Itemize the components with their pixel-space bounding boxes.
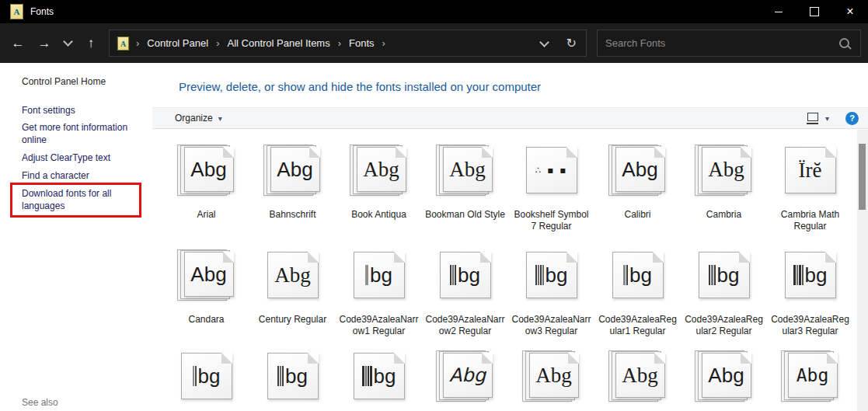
- font-tile[interactable]: bg: [163, 348, 249, 411]
- content-area: Control Panel Home Font settings Get mor…: [0, 63, 868, 411]
- font-tile[interactable]: Abg: [422, 348, 508, 411]
- font-tile[interactable]: AbgBahnschrift: [249, 142, 336, 232]
- font-tile[interactable]: AbgCalibri: [594, 142, 681, 232]
- font-name: Century Regular: [259, 314, 326, 326]
- font-name: Code39AzaleaRegular1 Regular: [598, 314, 678, 337]
- font-tile[interactable]: Abg: [508, 348, 594, 411]
- vertical-scrollbar[interactable]: [857, 130, 868, 411]
- font-tile[interactable]: AbgCandara: [163, 247, 249, 337]
- font-name: Book Antiqua: [351, 209, 406, 221]
- font-tile[interactable]: AbgBookman Old Style: [422, 142, 508, 232]
- font-page-icon: Abg: [443, 353, 493, 398]
- font-page-icon: Abg: [788, 353, 838, 398]
- font-tile[interactable]: Abg: [767, 348, 853, 411]
- font-page-icon: Ïrĕ: [785, 147, 836, 193]
- font-page-icon: Abg: [615, 147, 665, 192]
- font-page-icon: Abg: [702, 147, 751, 192]
- sidebar-item-control-panel-home[interactable]: Control Panel Home: [22, 75, 140, 88]
- close-icon: ×: [846, 5, 853, 18]
- font-glyph: Abg: [190, 263, 226, 287]
- font-tile[interactable]: bgCode39AzaleaRegular3 Regular: [767, 247, 853, 337]
- font-tile[interactable]: bg: [249, 348, 336, 411]
- barcode-icon: [535, 265, 544, 285]
- font-icon: bg: [440, 247, 491, 303]
- font-glyph: bg: [370, 263, 392, 287]
- font-tile[interactable]: ÏrĕCambria Math Regular: [767, 142, 853, 232]
- font-icon: bg: [612, 247, 664, 303]
- stacked-pages-icon: Abg: [695, 144, 754, 197]
- minimize-button[interactable]: [761, 0, 797, 23]
- forward-icon: →: [38, 36, 51, 51]
- font-name: Code39AzaleaNarrow1 Regular: [339, 314, 420, 337]
- font-icon: bg: [354, 348, 405, 404]
- font-tile[interactable]: ∴ ▪ ▪Bookshelf Symbol 7 Regular: [508, 142, 594, 232]
- font-icon: Abg: [177, 142, 236, 198]
- scrollbar-thumb[interactable]: [859, 144, 866, 210]
- font-tile[interactable]: bg: [336, 348, 422, 411]
- font-icon: Abg: [695, 348, 754, 404]
- search-icon[interactable]: [839, 38, 849, 48]
- command-bar: Organize ▾ ▾ ?: [152, 107, 868, 129]
- up-button[interactable]: ↑: [79, 23, 103, 63]
- font-tile[interactable]: bgCode39AzaleaNarrow2 Regular: [422, 247, 508, 337]
- font-name: Bahnschrift: [269, 209, 315, 221]
- up-icon: ↑: [88, 36, 95, 51]
- breadcrumb-item-all-control-panel-items[interactable]: All Control Panel Items: [225, 37, 331, 49]
- sidebar-link-get-more-font-information-online[interactable]: Get more font information online: [22, 121, 140, 146]
- font-name: Candara: [188, 314, 224, 326]
- font-glyph: bg: [546, 263, 568, 287]
- address-dropdown-chevron-icon[interactable]: [539, 37, 549, 47]
- font-glyph: bg: [805, 263, 828, 287]
- font-tile[interactable]: AbgBook Antiqua: [336, 142, 422, 232]
- breadcrumb-separator-icon: ›: [210, 37, 225, 49]
- font-tile[interactable]: bgCode39AzaleaRegular2 Regular: [681, 247, 767, 337]
- font-row: AbgCandaraAbgCentury RegularbgCode39Azal…: [163, 247, 856, 337]
- font-tile[interactable]: AbgCentury Regular: [249, 247, 336, 337]
- font-glyph: Abg: [622, 364, 658, 388]
- close-button[interactable]: ×: [832, 0, 868, 23]
- refresh-icon[interactable]: ↻: [566, 36, 577, 51]
- minimize-icon: [775, 12, 783, 12]
- font-tile[interactable]: Abg: [681, 348, 767, 411]
- recent-locations-button[interactable]: [59, 23, 76, 63]
- font-tile[interactable]: Abg: [594, 348, 681, 411]
- font-tile[interactable]: AbgCambria: [681, 142, 767, 232]
- forward-button[interactable]: →: [33, 23, 56, 63]
- font-name: Code39AzaleaNarrow2 Regular: [425, 314, 506, 337]
- font-name: Code39AzaleaNarrow3 Regular: [511, 314, 592, 337]
- font-glyph: ∴ ▪ ▪: [535, 165, 568, 176]
- organize-button[interactable]: Organize ▾: [175, 113, 222, 124]
- font-tile[interactable]: bgCode39AzaleaRegular1 Regular: [594, 247, 681, 337]
- font-glyph: Abg: [797, 365, 829, 385]
- font-icon: Ïrĕ: [785, 142, 836, 198]
- address-bar[interactable]: A › Control Panel › All Control Panel It…: [109, 30, 587, 57]
- maximize-button[interactable]: [797, 0, 832, 23]
- sidebar-link-font-settings[interactable]: Font settings: [22, 104, 140, 117]
- font-glyph: bg: [458, 263, 480, 287]
- font-tile[interactable]: AbgArial: [163, 142, 249, 232]
- font-glyph: Abg: [363, 158, 399, 182]
- view-caret-icon[interactable]: ▾: [825, 114, 829, 123]
- font-name: Bookman Old Style: [425, 209, 505, 221]
- font-page-icon: bg: [785, 252, 836, 298]
- change-view-icon[interactable]: [807, 113, 818, 121]
- font-tile[interactable]: bgCode39AzaleaNarrow3 Regular: [508, 247, 594, 337]
- barcode-icon: [362, 366, 372, 386]
- breadcrumb-item-fonts[interactable]: Fonts: [347, 37, 376, 49]
- navigation-bar: ← → ↑ A › Control Panel › All Control Pa…: [0, 23, 868, 63]
- back-button[interactable]: ←: [6, 23, 30, 63]
- sidebar-link-find-a-character[interactable]: Find a character: [22, 169, 140, 182]
- font-glyph: bg: [198, 364, 221, 388]
- sidebar-link-adjust-cleartype-text[interactable]: Adjust ClearType text: [22, 152, 140, 164]
- font-tile[interactable]: bgCode39AzaleaNarrow1 Regular: [336, 247, 422, 337]
- font-glyph: Abg: [708, 158, 744, 182]
- font-glyph: Abg: [277, 158, 312, 182]
- search-input[interactable]: [598, 37, 839, 49]
- stacked-pages-icon: Abg: [608, 350, 668, 402]
- breadcrumb-item-control-panel[interactable]: Control Panel: [145, 37, 210, 49]
- barcode-icon: [709, 265, 716, 285]
- back-icon: ←: [12, 36, 25, 51]
- help-button[interactable]: ?: [845, 112, 859, 125]
- barcode-icon: [450, 265, 456, 285]
- font-name: Cambria: [706, 209, 741, 221]
